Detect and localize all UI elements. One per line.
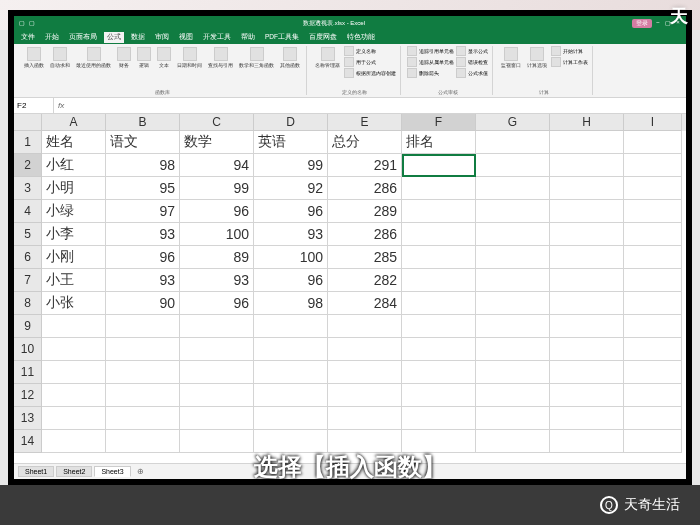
cell[interactable]: 284 <box>328 292 402 315</box>
tab-developer[interactable]: 开发工具 <box>200 32 234 43</box>
row-header[interactable]: 11 <box>14 361 42 384</box>
cell[interactable] <box>402 246 476 269</box>
tab-help[interactable]: 帮助 <box>238 32 258 43</box>
cell[interactable] <box>550 430 624 453</box>
evaluate-formula-button[interactable]: 公式求值 <box>456 68 488 78</box>
cell[interactable] <box>624 292 682 315</box>
cell[interactable] <box>254 361 328 384</box>
tab-data[interactable]: 数据 <box>128 32 148 43</box>
cell[interactable] <box>624 315 682 338</box>
tab-review[interactable]: 审阅 <box>152 32 172 43</box>
cell[interactable]: 98 <box>106 154 180 177</box>
recent-functions-button[interactable]: 最近使用的函数 <box>74 46 113 69</box>
col-header-A[interactable]: A <box>42 114 106 131</box>
col-header-G[interactable]: G <box>476 114 550 131</box>
cell[interactable] <box>550 384 624 407</box>
tab-view[interactable]: 视图 <box>176 32 196 43</box>
cell[interactable] <box>106 361 180 384</box>
cell[interactable] <box>476 269 550 292</box>
cell[interactable] <box>624 223 682 246</box>
cell[interactable]: 排名 <box>402 131 476 154</box>
cell[interactable]: 数学 <box>180 131 254 154</box>
cell[interactable] <box>550 269 624 292</box>
cell[interactable] <box>328 361 402 384</box>
cell[interactable] <box>180 384 254 407</box>
cell[interactable] <box>402 407 476 430</box>
tab-features[interactable]: 特色功能 <box>344 32 378 43</box>
cell[interactable]: 99 <box>254 154 328 177</box>
cell[interactable] <box>180 430 254 453</box>
text-button[interactable]: 文本 <box>155 46 173 69</box>
trace-dependents-button[interactable]: 追踪从属单元格 <box>407 57 454 67</box>
cell[interactable] <box>180 315 254 338</box>
cell[interactable]: 90 <box>106 292 180 315</box>
math-button[interactable]: 数学和三角函数 <box>237 46 276 69</box>
login-button[interactable]: 登录 <box>632 19 652 28</box>
lookup-button[interactable]: 查找与引用 <box>206 46 235 69</box>
cell[interactable] <box>624 384 682 407</box>
cell[interactable]: 语文 <box>106 131 180 154</box>
formula-input[interactable] <box>68 98 686 113</box>
cell[interactable]: 英语 <box>254 131 328 154</box>
cell[interactable] <box>42 338 106 361</box>
cell[interactable] <box>476 177 550 200</box>
cell[interactable]: 小明 <box>42 177 106 200</box>
financial-button[interactable]: 财务 <box>115 46 133 69</box>
cell[interactable] <box>402 177 476 200</box>
minimize-button[interactable]: − <box>654 19 662 27</box>
cell[interactable] <box>402 315 476 338</box>
cell[interactable] <box>402 361 476 384</box>
tab-pdf[interactable]: PDF工具集 <box>262 32 302 43</box>
tab-home[interactable]: 开始 <box>42 32 62 43</box>
cell[interactable] <box>402 430 476 453</box>
col-header-C[interactable]: C <box>180 114 254 131</box>
cell[interactable] <box>550 338 624 361</box>
cell[interactable] <box>106 407 180 430</box>
row-header[interactable]: 5 <box>14 223 42 246</box>
cell[interactable] <box>476 246 550 269</box>
cell[interactable] <box>624 269 682 292</box>
cell[interactable]: 93 <box>254 223 328 246</box>
autosum-button[interactable]: 自动求和 <box>48 46 72 69</box>
cell[interactable] <box>624 154 682 177</box>
cell[interactable] <box>476 154 550 177</box>
tab-baidu[interactable]: 百度网盘 <box>306 32 340 43</box>
cell[interactable] <box>328 430 402 453</box>
create-from-selection-button[interactable]: 根据所选内容创建 <box>344 68 396 78</box>
error-checking-button[interactable]: 错误检查 <box>456 57 488 67</box>
cell[interactable] <box>624 177 682 200</box>
cell[interactable]: 291 <box>328 154 402 177</box>
remove-arrows-button[interactable]: 删除箭头 <box>407 68 454 78</box>
more-functions-button[interactable]: 其他函数 <box>278 46 302 69</box>
col-header-H[interactable]: H <box>550 114 624 131</box>
cell[interactable] <box>550 200 624 223</box>
cell[interactable] <box>254 338 328 361</box>
col-header-F[interactable]: F <box>402 114 476 131</box>
cell[interactable]: 小张 <box>42 292 106 315</box>
cell[interactable]: 96 <box>106 246 180 269</box>
cell[interactable]: 286 <box>328 177 402 200</box>
cell[interactable] <box>550 246 624 269</box>
quick-access-icon[interactable]: ▢ <box>28 19 36 27</box>
cell[interactable]: 96 <box>180 292 254 315</box>
quick-access-icon[interactable]: ▢ <box>18 19 26 27</box>
row-header[interactable]: 1 <box>14 131 42 154</box>
cell[interactable] <box>402 223 476 246</box>
cell[interactable] <box>624 361 682 384</box>
row-header[interactable]: 9 <box>14 315 42 338</box>
cell[interactable]: 94 <box>180 154 254 177</box>
show-formulas-button[interactable]: 显示公式 <box>456 46 488 56</box>
cell[interactable] <box>402 269 476 292</box>
cell[interactable]: 小李 <box>42 223 106 246</box>
calc-sheet-button[interactable]: 计算工作表 <box>551 57 588 67</box>
tab-file[interactable]: 文件 <box>18 32 38 43</box>
cell[interactable] <box>254 315 328 338</box>
name-box[interactable]: F2 <box>14 98 54 113</box>
cell[interactable] <box>550 223 624 246</box>
tab-formulas[interactable]: 公式 <box>104 32 124 43</box>
cell[interactable] <box>402 338 476 361</box>
cell[interactable] <box>624 407 682 430</box>
row-header[interactable]: 4 <box>14 200 42 223</box>
cell[interactable] <box>550 315 624 338</box>
fx-label[interactable]: fx <box>54 101 68 110</box>
